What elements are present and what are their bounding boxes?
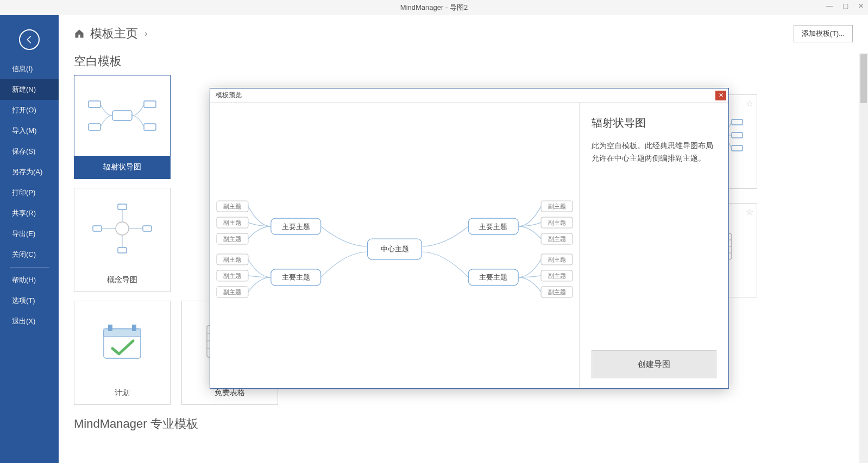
modal-heading: 辐射状导图 — [592, 116, 716, 130]
svg-text:副主题: 副主题 — [223, 256, 241, 263]
sidebar-item-help[interactable]: 帮助(H) — [0, 270, 59, 290]
mindmap-preview-icon: 中心主题 主要主题 主要主题 主要主题 主要主题 副主题 — [210, 103, 579, 388]
titlebar: MindManager - 导图2 — ▢ ✕ — [0, 0, 868, 15]
svg-text:主要主题: 主要主题 — [479, 273, 507, 281]
section-pro-title: MindManager 专业模板 — [59, 413, 868, 437]
template-card-concept[interactable]: 概念导图 — [74, 188, 171, 292]
plan-thumb-icon — [84, 312, 160, 371]
minimize-button[interactable]: — — [826, 2, 833, 10]
sidebar-item-print[interactable]: 打印(P) — [0, 182, 59, 203]
svg-rect-25 — [132, 325, 136, 331]
scrollbar[interactable] — [859, 53, 868, 463]
sidebar-item-new[interactable]: 新建(N) — [0, 79, 59, 100]
svg-text:副主题: 副主题 — [223, 236, 241, 242]
svg-text:主要主题: 主要主题 — [282, 223, 310, 231]
sidebar-divider — [10, 267, 49, 268]
star-icon[interactable]: ☆ — [746, 98, 753, 109]
svg-text:副主题: 副主题 — [223, 272, 241, 279]
svg-rect-14 — [118, 204, 127, 210]
svg-text:副主题: 副主题 — [548, 272, 566, 279]
svg-rect-4 — [144, 124, 156, 130]
content-area: 模板主页 › 添加模板(T)... 空白模板 — [59, 15, 868, 463]
svg-rect-17 — [143, 226, 152, 231]
svg-text:副主题: 副主题 — [223, 203, 241, 210]
sidebar-item-exit[interactable]: 退出(X) — [0, 311, 59, 332]
modal-description: 此为空白模板。此经典思维导图布局允许在中心主题两侧编排副主题。 — [592, 140, 716, 165]
svg-text:副主题: 副主题 — [223, 219, 241, 226]
svg-rect-7 — [732, 132, 743, 138]
sidebar-item-export[interactable]: 导出(E) — [0, 224, 59, 244]
svg-rect-15 — [118, 248, 127, 253]
template-label: 计划 — [74, 382, 170, 404]
back-arrow-icon — [24, 35, 34, 45]
sidebar-item-save[interactable]: 保存(S) — [0, 141, 59, 162]
svg-rect-8 — [732, 145, 743, 151]
svg-rect-6 — [732, 119, 743, 125]
radial-thumb-icon — [84, 86, 160, 145]
star-icon[interactable]: ☆ — [746, 207, 753, 217]
close-button[interactable]: ✕ — [858, 2, 864, 10]
back-button[interactable] — [19, 29, 40, 50]
template-card-radial[interactable]: 辐射状导图 — [74, 75, 171, 179]
template-card-plan[interactable]: 计划 — [74, 301, 171, 405]
svg-rect-0 — [112, 111, 132, 120]
window-controls: — ▢ ✕ — [826, 2, 864, 10]
template-label: 辐射状导图 — [74, 156, 170, 179]
svg-text:主要主题: 主要主题 — [282, 273, 310, 281]
modal-close-button[interactable]: ✕ — [715, 91, 726, 100]
svg-rect-16 — [93, 226, 102, 231]
sidebar-item-open[interactable]: 打开(O) — [0, 100, 59, 120]
svg-text:主要主题: 主要主题 — [479, 223, 507, 231]
sidebar: 信息(I) 新建(N) 打开(O) 导入(M) 保存(S) 另存为(A) 打印(… — [0, 15, 59, 463]
svg-text:副主题: 副主题 — [223, 289, 241, 295]
svg-rect-2 — [89, 124, 100, 130]
svg-point-13 — [116, 222, 129, 235]
home-icon[interactable] — [74, 28, 85, 39]
modal-preview-canvas: 中心主题 主要主题 主要主题 主要主题 主要主题 副主题 — [210, 103, 580, 388]
scrollbar-thumb[interactable] — [860, 54, 867, 103]
sidebar-item-share[interactable]: 共享(R) — [0, 203, 59, 224]
sidebar-item-saveas[interactable]: 另存为(A) — [0, 162, 59, 182]
sidebar-item-import[interactable]: 导入(M) — [0, 120, 59, 141]
svg-text:中心主题: 中心主题 — [381, 245, 409, 253]
template-label: 概念导图 — [74, 269, 170, 291]
svg-rect-3 — [144, 101, 156, 107]
svg-text:副主题: 副主题 — [548, 219, 566, 226]
breadcrumb-separator-icon: › — [144, 29, 147, 39]
svg-text:副主题: 副主题 — [548, 289, 566, 295]
breadcrumb-title[interactable]: 模板主页 — [90, 26, 138, 42]
modal-title: 模板预览 — [216, 91, 242, 100]
svg-rect-24 — [108, 325, 112, 331]
maximize-button[interactable]: ▢ — [842, 2, 848, 10]
sidebar-item-info[interactable]: 信息(I) — [0, 59, 59, 79]
sidebar-item-options[interactable]: 选项(T) — [0, 290, 59, 311]
template-preview-dialog: 模板预览 ✕ 中心主题 主要主题 主要主题 — [210, 88, 729, 389]
create-map-button[interactable]: 创建导图 — [592, 350, 716, 378]
window-title: MindManager - 导图2 — [400, 3, 468, 12]
concept-thumb-icon — [84, 199, 160, 258]
svg-text:副主题: 副主题 — [548, 236, 566, 242]
add-template-button[interactable]: 添加模板(T)... — [794, 25, 853, 42]
svg-rect-1 — [89, 101, 100, 107]
svg-text:副主题: 副主题 — [548, 256, 566, 263]
svg-text:副主题: 副主题 — [548, 203, 566, 210]
section-blank-title: 空白模板 — [59, 50, 868, 75]
sidebar-item-close[interactable]: 关闭(C) — [0, 244, 59, 265]
